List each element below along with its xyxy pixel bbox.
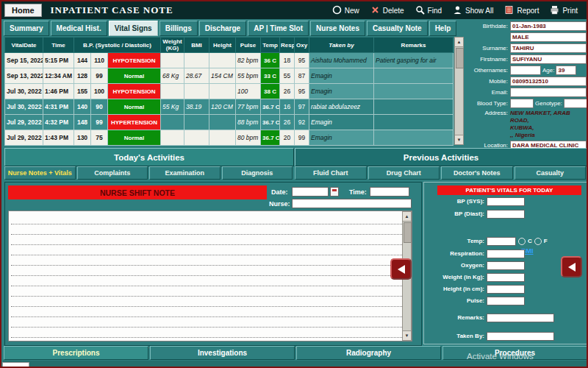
subtab-casualty[interactable]: Casualty	[514, 166, 587, 180]
tab-radiography[interactable]: Radiography	[296, 346, 441, 360]
address-field[interactable]: NEW MARKET, ARAB ROAD, KUBWA, ,, Nigeria	[510, 110, 585, 139]
todays-activities-header[interactable]: Today's Activities	[4, 148, 294, 166]
cell-time: 5:15 PM	[43, 53, 74, 68]
bp-diast-input[interactable]	[487, 210, 525, 219]
tab-investigations[interactable]: Investigations	[150, 346, 295, 360]
tab-summary[interactable]: Summary	[4, 21, 49, 36]
scroll-down-icon[interactable]: ▼	[455, 135, 463, 144]
sex-field[interactable]: MALE	[510, 32, 587, 42]
col-pulse[interactable]: Pulse	[236, 38, 261, 53]
remarks-input[interactable]	[487, 314, 554, 322]
cell-pulse: 82 bpm	[236, 53, 261, 68]
show-all-button[interactable]: Show All	[453, 5, 493, 16]
col-vitaldate[interactable]: VitalDate	[5, 38, 43, 53]
calendar-icon[interactable]	[330, 187, 339, 197]
previous-activities-header[interactable]: Previous Activities	[295, 148, 587, 166]
tab-prescriptions[interactable]: Prescriptions	[4, 346, 148, 360]
mobile-field[interactable]: 08095132510	[510, 77, 587, 86]
col-taken-by[interactable]: Taken by	[309, 38, 374, 53]
birthdate-field[interactable]: 01-Jan-1983	[510, 21, 587, 31]
genotype-field[interactable]	[564, 99, 587, 108]
col-height[interactable]: Height	[209, 38, 236, 53]
bp-sys-input[interactable]	[487, 197, 525, 206]
cell-pulse: 77 bpm	[236, 99, 261, 115]
collapse-vitals-button[interactable]	[561, 256, 582, 277]
table-scrollbar-thumb[interactable]	[456, 48, 464, 68]
note-scroll-up-icon[interactable]: ▲	[403, 212, 411, 222]
subtab-diagnosis[interactable]: Diagnosis	[222, 166, 293, 180]
subtab-nurse-notes-vitals[interactable]: Nurse Notes + Vitals	[4, 166, 76, 180]
cell-taken-by: Emagin	[309, 130, 374, 146]
taken-by-input[interactable]	[487, 332, 554, 341]
col-resp[interactable]: Resp.	[280, 38, 295, 53]
subtab-examination[interactable]: Examination	[149, 166, 220, 180]
cell-time: 1:46 PM	[43, 84, 74, 99]
report-icon	[504, 5, 514, 16]
time-input[interactable]	[370, 187, 409, 197]
age-field[interactable]: 39	[556, 66, 576, 75]
collapse-note-button[interactable]	[390, 258, 412, 280]
table-scrollbar[interactable]: ▲ ▼	[454, 37, 464, 145]
new-button[interactable]: New	[332, 5, 359, 16]
col-oxy[interactable]: Oxy	[295, 38, 309, 53]
find-icon	[415, 5, 425, 16]
oxygen-input[interactable]	[487, 261, 525, 270]
col-temp[interactable]: Temp	[261, 38, 280, 53]
vitals-table-row[interactable]: Sep 13, 202212:34 AM12899Normal68 Kg28.6…	[5, 68, 453, 84]
tab-casualty-note[interactable]: Casualty Note	[367, 21, 428, 36]
toolbar-actions: New Delete Find Show All Report Print	[332, 5, 587, 16]
partial-input[interactable]	[2, 362, 29, 368]
subtab-doctors-notes[interactable]: Doctor's Notes	[441, 166, 513, 180]
col-bp[interactable]: B.P. (Systolic / Diastolic)	[74, 38, 161, 53]
cell-bp-diastolic: 90	[91, 99, 108, 115]
col-time[interactable]: Time	[43, 38, 74, 53]
note-scroll-down-icon[interactable]: ▼	[403, 330, 411, 340]
surname-field[interactable]: TAHIRU	[510, 43, 587, 53]
vitals-table-row[interactable]: Jul 30, 20224:31 PM14090Normal55 Kg38.19…	[5, 99, 453, 115]
report-button[interactable]: Report	[504, 5, 539, 16]
cell-vitaldate: Sep 15, 2022	[5, 53, 43, 68]
fahrenheit-radio[interactable]	[534, 238, 542, 245]
note-scrollbar-thumb[interactable]	[404, 222, 412, 243]
respiration-input[interactable]	[487, 250, 525, 258]
cell-weight	[161, 84, 184, 99]
vitals-table-row[interactable]: Jul 29, 20221:43 PM13075Normal80 bpm36.7…	[5, 130, 453, 146]
tab-help[interactable]: Help	[429, 21, 457, 36]
subtab-complaints[interactable]: Complaints	[77, 166, 148, 180]
cell-bmi	[184, 84, 209, 99]
tab-billings[interactable]: Billings	[159, 21, 198, 36]
email-field[interactable]	[510, 88, 587, 97]
vitals-table-row[interactable]: Sep 15, 20225:15 PM144110HYPOTENSION82 b…	[5, 53, 453, 68]
home-button[interactable]: Home	[4, 4, 42, 17]
celsius-radio[interactable]	[518, 238, 526, 245]
height-input[interactable]	[487, 285, 525, 294]
tab-ap-time-slot[interactable]: AP | Time Slot	[248, 21, 309, 36]
othernames-field[interactable]	[510, 66, 541, 75]
col-weight[interactable]: Weight (KG)	[161, 38, 184, 53]
cell-bp-systolic: 155	[74, 84, 91, 99]
cell-bp-systolic: 148	[74, 115, 91, 130]
scroll-up-icon[interactable]: ▲	[455, 38, 463, 47]
col-remarks[interactable]: Remarks	[374, 38, 453, 53]
temp-input[interactable]	[487, 237, 516, 246]
nurse-note-textarea[interactable]: ▲ ▼	[8, 210, 412, 342]
firstname-field[interactable]: SUFIYANU	[510, 54, 587, 64]
vitals-table-row[interactable]: Jul 30, 20221:46 PM155100HYPOTENSION1003…	[5, 84, 453, 99]
weight-input[interactable]	[487, 273, 525, 282]
birthdate-label: Birthdate:	[468, 23, 510, 29]
print-button[interactable]: Print	[550, 5, 578, 16]
subtab-drug-chart[interactable]: Drug Chart	[368, 166, 440, 180]
blood-type-field[interactable]	[510, 99, 534, 108]
pulse-input[interactable]	[487, 297, 525, 305]
tab-nurse-notes[interactable]: Nurse Notes	[310, 21, 365, 36]
tab-medical-hist[interactable]: Medical Hist.	[51, 21, 107, 36]
col-bmi[interactable]: BMI	[184, 38, 209, 53]
nurse-input[interactable]	[292, 199, 412, 208]
find-button[interactable]: Find	[415, 5, 442, 16]
delete-button[interactable]: Delete	[370, 5, 404, 16]
tab-vital-signs[interactable]: Vital Signs	[109, 21, 158, 36]
vitals-table-row[interactable]: Jul 29, 20224:32 PM14899HYPERTENSION88 b…	[5, 115, 453, 130]
date-input[interactable]	[292, 187, 329, 197]
tab-discharge[interactable]: Discharge	[199, 21, 246, 36]
subtab-fluid-chart[interactable]: Fluid Chart	[295, 166, 367, 180]
